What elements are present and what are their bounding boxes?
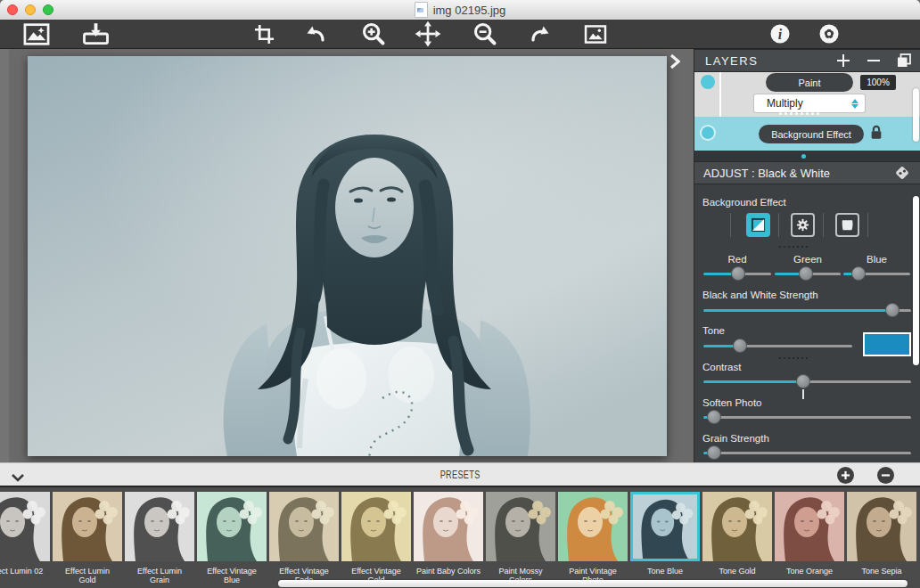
preset-item[interactable]: Effect Lumin 02: [0, 492, 50, 584]
adjust-title: ADJUST : Black & White: [703, 167, 891, 180]
separator: [823, 213, 824, 237]
preset-row: Effect Lumin 02 Effect Lumin Gold: [0, 492, 916, 584]
layers-list: Paint 100% Multiply Background Effect: [694, 72, 920, 151]
green-label: Green: [775, 254, 841, 265]
remove-layer-button[interactable]: [862, 49, 885, 72]
background-effect-layer-row[interactable]: Background Effect: [694, 117, 920, 151]
grain-strength-slider[interactable]: [703, 445, 911, 460]
info-icon[interactable]: i: [767, 20, 793, 48]
bw-strength-slider[interactable]: [703, 303, 911, 317]
effect-mode-settings-button[interactable]: [791, 213, 815, 237]
preset-label: Effect Lumin Grain: [125, 567, 194, 584]
blue-label: Blue: [843, 254, 910, 265]
tone-label: Tone: [702, 325, 725, 336]
mask-toggle-icon[interactable]: [891, 161, 914, 184]
preset-thumbnail: [702, 492, 772, 561]
title-bar: img 02195.jpg: [0, 0, 920, 20]
soften-photo-slider[interactable]: [703, 410, 911, 424]
tone-color-swatch[interactable]: [863, 332, 911, 356]
layers-scrollbar[interactable]: [913, 88, 919, 142]
app-window: img 02195.jpg i: [0, 0, 920, 588]
preset-item[interactable]: Effect Vintage Gold: [341, 492, 411, 584]
redo-icon[interactable]: [526, 20, 554, 48]
effect-mode-bw-button[interactable]: [746, 213, 770, 237]
preset-item[interactable]: Effect Vintage Fade: [269, 492, 339, 584]
separator: [778, 213, 779, 237]
zoom-in-icon[interactable]: [358, 20, 389, 48]
preset-item[interactable]: Paint Baby Colors: [414, 492, 483, 584]
layers-pager-strip: [694, 151, 920, 161]
side-panel: LAYERS Paint 100% Multiply: [694, 49, 920, 462]
undo-icon[interactable]: [301, 20, 330, 48]
background-effect-pill[interactable]: Background Effect: [759, 125, 864, 143]
paint-opacity-badge[interactable]: 100%: [860, 75, 896, 90]
zoom-out-icon[interactable]: [470, 20, 500, 48]
preset-label: Tone Orange: [775, 567, 844, 576]
preset-label: Effect Lumin 02: [0, 567, 50, 576]
window-title: img 02195.jpg: [433, 4, 506, 17]
minimize-button[interactable]: [25, 4, 36, 15]
background-effect-label: Background Effect: [702, 197, 786, 208]
background-visibility-dot[interactable]: [700, 125, 716, 141]
red-slider[interactable]: [703, 266, 771, 281]
blend-mode-select[interactable]: Multiply: [754, 94, 865, 112]
settings-gear-icon[interactable]: [816, 20, 842, 48]
panel-collapse-chevron[interactable]: [669, 53, 686, 71]
bw-strength-label: Black and White Strength: [702, 290, 818, 300]
zoom-presets-out-button[interactable]: [877, 467, 894, 484]
pager-dot[interactable]: [801, 154, 806, 159]
document-icon: [415, 2, 428, 18]
preset-thumbnail: [486, 492, 555, 561]
select-arrows-icon: [849, 99, 861, 109]
close-button[interactable]: [7, 4, 18, 15]
duplicate-layer-icon[interactable]: [892, 49, 916, 72]
toolbar: i: [0, 20, 920, 49]
move-icon[interactable]: [411, 20, 445, 48]
zoom-presets-in-button[interactable]: [837, 467, 854, 484]
preset-item[interactable]: Paint Vintage Photo: [558, 492, 628, 584]
preset-item[interactable]: Effect Vintage Blue: [197, 492, 267, 584]
image-frame-icon[interactable]: [20, 20, 53, 48]
paint-layer-pill[interactable]: Paint: [766, 73, 853, 92]
preset-label: Tone Gold: [702, 567, 772, 576]
section-drag-dots: [779, 357, 808, 359]
zoom-button[interactable]: [43, 4, 53, 15]
presets-collapse-chevron[interactable]: [11, 470, 25, 486]
preset-label: Paint Baby Colors: [414, 567, 483, 576]
adjust-scrollbar[interactable]: [913, 196, 919, 365]
preset-item[interactable]: Tone Orange: [775, 492, 844, 584]
green-slider[interactable]: [775, 266, 841, 281]
presets-title: PRESETS: [440, 468, 481, 481]
contrast-slider[interactable]: [703, 374, 911, 388]
preset-thumbnail: [0, 492, 50, 561]
blue-slider[interactable]: [843, 266, 910, 281]
preset-item[interactable]: Tone Gold: [702, 492, 772, 584]
paint-visibility-dot[interactable]: [701, 75, 715, 89]
add-layer-button[interactable]: [832, 49, 855, 72]
contrast-label: Contrast: [702, 362, 741, 372]
preset-item[interactable]: Tone Blue: [630, 492, 700, 584]
presets-bar: PRESETS: [0, 462, 920, 487]
adjust-header: ADJUST : Black & White: [694, 161, 920, 184]
presets-scrollbar[interactable]: [278, 580, 908, 587]
traffic-lights: [7, 4, 53, 15]
preset-item[interactable]: Effect Lumin Grain: [125, 492, 194, 584]
tone-slider[interactable]: [703, 339, 852, 353]
image-small-icon[interactable]: [580, 20, 611, 48]
grain-strength-label: Grain Strength: [702, 433, 769, 444]
layer-drag-dots: [779, 112, 819, 115]
preset-item[interactable]: Effect Lumin Gold: [53, 492, 122, 584]
preset-item[interactable]: Paint Mossy Colors: [486, 492, 555, 584]
photo-preview[interactable]: [28, 56, 667, 456]
adjust-body: Background Effect Red Green Blue: [694, 185, 920, 462]
effect-mode-paper-button[interactable]: [835, 213, 859, 237]
crop-icon[interactable]: [251, 20, 277, 48]
save-export-icon[interactable]: [78, 20, 112, 48]
layers-title: LAYERS: [705, 54, 832, 68]
preset-thumbnail: [414, 492, 483, 561]
svg-text:i: i: [778, 27, 783, 42]
lock-icon[interactable]: [869, 124, 883, 145]
preset-item[interactable]: Tone Sepia: [847, 492, 916, 584]
preset-thumbnail: [197, 492, 267, 561]
layers-header: LAYERS: [694, 49, 920, 72]
